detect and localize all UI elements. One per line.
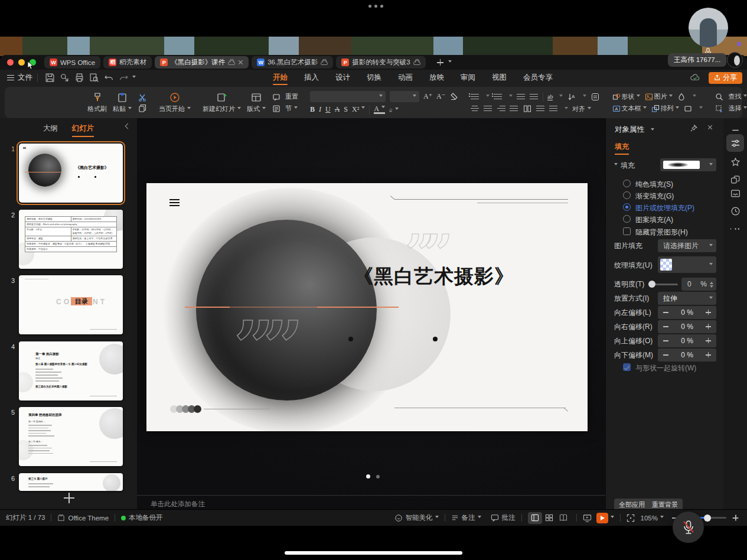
tab-slideshow[interactable]: 放映 bbox=[421, 70, 452, 86]
comments-button[interactable]: 批注 bbox=[502, 513, 516, 522]
bullet-list-icon[interactable] bbox=[471, 93, 479, 100]
slide-thumbnail-2[interactable]: 课程名称：黑白艺术摄影课程代码：1021081610391 课程英文名称：Bla… bbox=[19, 210, 123, 269]
decrease-indent-icon[interactable] bbox=[517, 93, 526, 100]
zoom-level[interactable]: 105% bbox=[641, 515, 658, 522]
font-name-select[interactable] bbox=[310, 91, 386, 102]
slide-thumbnail-3[interactable]: CONTENT 目录 bbox=[19, 275, 123, 334]
grid-view-button[interactable] bbox=[542, 512, 556, 524]
shadow-button[interactable]: S bbox=[344, 105, 348, 114]
highlight-color-button[interactable] bbox=[389, 106, 399, 114]
slide-page-dots[interactable] bbox=[366, 474, 380, 478]
tab-slides[interactable]: 幻灯片 bbox=[72, 123, 94, 134]
tab-word-doc[interactable]: W 36.黑白艺术摄影 bbox=[252, 56, 333, 69]
section-button[interactable]: 节 bbox=[272, 104, 298, 113]
reset-slide-button[interactable]: 重置 bbox=[272, 92, 298, 101]
slide-thumbnail-6[interactable]: 第三节 黑白胶片 bbox=[19, 473, 123, 491]
transparency-stepper[interactable]: 0 % bbox=[681, 278, 716, 291]
notes-placeholder[interactable]: 单击此处添加备注 bbox=[151, 500, 205, 509]
redo-icon[interactable] bbox=[119, 73, 129, 83]
tab-transition[interactable]: 切换 bbox=[358, 70, 390, 86]
increase-indent-icon[interactable] bbox=[530, 93, 539, 100]
option-hide-bg[interactable]: 隐藏背景图形(H) bbox=[606, 226, 724, 239]
stepper-arrows-icon[interactable] bbox=[710, 280, 713, 289]
fill-style-select[interactable] bbox=[660, 158, 716, 171]
undo-icon[interactable] bbox=[104, 73, 114, 83]
line-spacing-icon[interactable] bbox=[536, 105, 545, 112]
find-button[interactable]: 查找 bbox=[715, 92, 747, 101]
call-app-logo-icon[interactable] bbox=[727, 52, 743, 68]
new-tab-button[interactable] bbox=[437, 59, 443, 66]
quickbar-chevron-icon[interactable] bbox=[132, 76, 136, 80]
slide-canvas[interactable]: 《黑白艺术摄影》 单击此处添加备注 bbox=[137, 118, 605, 509]
cloud-saved-icon[interactable] bbox=[690, 73, 700, 83]
format-painter-button[interactable]: 格式刷 bbox=[87, 92, 107, 113]
backup-status[interactable]: 本地备份开 bbox=[129, 513, 163, 522]
tab-docer[interactable]: 稻 稻壳素材 bbox=[103, 56, 152, 69]
option-solid-fill[interactable]: 纯色填充(S) bbox=[606, 178, 724, 191]
slider-knob[interactable] bbox=[648, 281, 655, 288]
page-dot-active[interactable] bbox=[366, 474, 370, 478]
tab-wps-office[interactable]: W WPS Office bbox=[44, 56, 100, 69]
mute-microphone-button[interactable] bbox=[673, 512, 704, 543]
share-button[interactable]: 分享 bbox=[709, 72, 742, 84]
paragraph-spacing-icon[interactable] bbox=[549, 105, 558, 112]
slide-thumbnail-5[interactable]: 第四章 照相器材的选择 第一节 照相机： 第二节 镜头： bbox=[19, 407, 123, 466]
signature-panel-icon[interactable] bbox=[728, 186, 742, 200]
tab-view[interactable]: 视图 bbox=[484, 70, 515, 86]
offset-down-stepper[interactable]: 0 % bbox=[658, 349, 716, 362]
panel-title[interactable]: 对象属性 bbox=[615, 125, 644, 135]
picture-button[interactable]: 图片 bbox=[644, 92, 673, 101]
animation-panel-icon[interactable] bbox=[728, 172, 742, 187]
plus-icon[interactable] bbox=[706, 326, 711, 327]
clear-format-icon[interactable] bbox=[449, 92, 459, 100]
window-drag-dots-icon[interactable] bbox=[368, 5, 383, 8]
align-center-icon[interactable] bbox=[484, 105, 492, 112]
export-icon[interactable] bbox=[60, 73, 70, 83]
plus-icon[interactable] bbox=[706, 312, 711, 313]
normal-view-button[interactable] bbox=[528, 512, 542, 524]
fill-tab[interactable]: 填充 bbox=[615, 142, 629, 152]
close-panel-icon[interactable] bbox=[707, 125, 713, 130]
close-tab-icon[interactable] bbox=[238, 60, 243, 65]
rotate-with-shape-option[interactable]: 与形状一起旋转(W) bbox=[606, 362, 724, 375]
add-slide-button[interactable] bbox=[63, 491, 76, 504]
fill-color-icon[interactable] bbox=[677, 93, 686, 101]
print-icon[interactable] bbox=[74, 73, 84, 83]
arrange-button[interactable]: 排列 bbox=[651, 104, 679, 113]
plus-icon[interactable] bbox=[706, 340, 711, 341]
increase-font-button[interactable]: A⁺ bbox=[423, 92, 432, 101]
transparency-slider[interactable] bbox=[650, 284, 678, 285]
tab-outline[interactable]: 大纲 bbox=[43, 123, 58, 134]
present-icon[interactable] bbox=[583, 514, 592, 522]
tab-presentation-2[interactable]: P 摄影的转变与突破3 bbox=[336, 56, 425, 69]
start-from-page-button[interactable]: 当页开始 bbox=[159, 92, 191, 113]
slide-editor[interactable]: 《黑白艺术摄影》 bbox=[146, 183, 588, 431]
text-direction-icon[interactable]: A bbox=[567, 93, 576, 101]
character-spacing-icon[interactable]: ab bbox=[547, 93, 553, 100]
tab-animation[interactable]: 动画 bbox=[390, 70, 421, 86]
option-picture-fill[interactable]: 图片或纹理填充(P) bbox=[606, 201, 724, 214]
align-menu-button[interactable]: 对齐 bbox=[572, 105, 591, 113]
new-slide-button[interactable]: 新建幻灯片 bbox=[203, 92, 241, 113]
properties-panel-icon[interactable] bbox=[728, 136, 742, 150]
offset-left-stepper[interactable]: 0 % bbox=[658, 306, 716, 319]
caller-name-pill[interactable]: 王高伟 17677... bbox=[668, 53, 726, 67]
zoom-slider-knob[interactable] bbox=[704, 515, 711, 522]
align-right-icon[interactable] bbox=[497, 105, 505, 112]
tab-list-chevron-icon[interactable] bbox=[448, 60, 452, 64]
distribute-text-icon[interactable] bbox=[591, 93, 600, 101]
font-size-select[interactable] bbox=[390, 91, 419, 102]
decrease-font-button[interactable]: A⁻ bbox=[436, 92, 445, 101]
slide-title[interactable]: 《黑白艺术摄影》 bbox=[337, 263, 531, 290]
plus-icon[interactable] bbox=[706, 354, 711, 356]
superscript-button[interactable]: X² bbox=[352, 105, 365, 114]
placement-select[interactable]: 拉伸 bbox=[658, 292, 716, 305]
beautify-button[interactable]: 智能美化 bbox=[406, 513, 433, 522]
slideshow-play-button[interactable] bbox=[596, 513, 608, 523]
zoom-in-button[interactable] bbox=[733, 515, 739, 521]
italic-button[interactable]: I bbox=[319, 105, 321, 114]
offset-up-stepper[interactable]: 0 % bbox=[658, 334, 716, 347]
tab-design[interactable]: 设计 bbox=[327, 70, 358, 86]
slide-size-icon[interactable] bbox=[683, 105, 693, 113]
columns-icon[interactable] bbox=[523, 105, 532, 113]
